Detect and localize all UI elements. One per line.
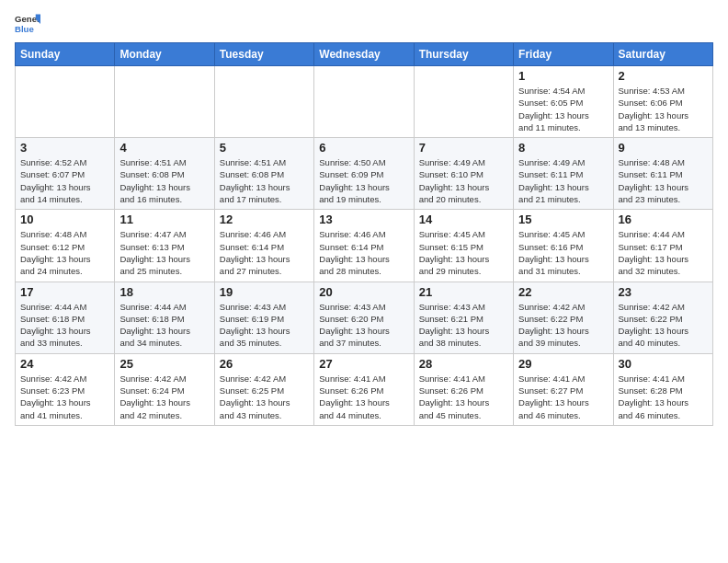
day-number: 2 [619, 69, 708, 83]
day-cell: 21Sunrise: 4:43 AM Sunset: 6:21 PM Dayli… [414, 282, 513, 353]
day-number: 19 [220, 285, 309, 299]
day-info: Sunrise: 4:42 AM Sunset: 6:25 PM Dayligh… [220, 373, 309, 421]
day-cell: 9Sunrise: 4:48 AM Sunset: 6:11 PM Daylig… [613, 138, 712, 210]
day-cell: 6Sunrise: 4:50 AM Sunset: 6:09 PM Daylig… [314, 138, 414, 210]
day-info: Sunrise: 4:45 AM Sunset: 6:15 PM Dayligh… [419, 228, 508, 277]
day-info: Sunrise: 4:51 AM Sunset: 6:08 PM Dayligh… [220, 156, 309, 205]
col-header-tuesday: Tuesday [214, 43, 313, 66]
day-info: Sunrise: 4:41 AM Sunset: 6:26 PM Dayligh… [419, 373, 508, 421]
day-info: Sunrise: 4:48 AM Sunset: 6:12 PM Dayligh… [20, 228, 109, 277]
day-cell: 12Sunrise: 4:46 AM Sunset: 6:14 PM Dayli… [214, 210, 313, 282]
day-cell [16, 66, 115, 138]
day-info: Sunrise: 4:47 AM Sunset: 6:13 PM Dayligh… [119, 228, 209, 277]
day-cell: 25Sunrise: 4:42 AM Sunset: 6:24 PM Dayli… [115, 353, 214, 425]
day-info: Sunrise: 4:50 AM Sunset: 6:09 PM Dayligh… [319, 156, 408, 205]
day-info: Sunrise: 4:45 AM Sunset: 6:16 PM Dayligh… [518, 228, 608, 277]
day-number: 17 [20, 285, 109, 299]
day-cell [314, 66, 414, 138]
col-header-friday: Friday [514, 43, 613, 66]
logo-icon: General Blue [15, 11, 40, 37]
day-cell: 8Sunrise: 4:49 AM Sunset: 6:11 PM Daylig… [514, 138, 613, 210]
day-info: Sunrise: 4:41 AM Sunset: 6:26 PM Dayligh… [319, 373, 408, 421]
day-cell: 20Sunrise: 4:43 AM Sunset: 6:20 PM Dayli… [314, 282, 414, 353]
day-info: Sunrise: 4:41 AM Sunset: 6:28 PM Dayligh… [619, 373, 708, 421]
day-info: Sunrise: 4:42 AM Sunset: 6:23 PM Dayligh… [20, 373, 109, 421]
day-info: Sunrise: 4:52 AM Sunset: 6:07 PM Dayligh… [20, 156, 109, 205]
day-cell: 2Sunrise: 4:53 AM Sunset: 6:06 PM Daylig… [613, 66, 712, 138]
week-row-4: 17Sunrise: 4:44 AM Sunset: 6:18 PM Dayli… [16, 282, 713, 353]
logo: General Blue [15, 11, 40, 37]
day-number: 8 [518, 141, 608, 155]
day-cell: 30Sunrise: 4:41 AM Sunset: 6:28 PM Dayli… [613, 353, 712, 425]
day-cell: 11Sunrise: 4:47 AM Sunset: 6:13 PM Dayli… [115, 210, 214, 282]
day-number: 4 [119, 141, 209, 155]
day-number: 16 [619, 213, 708, 226]
day-info: Sunrise: 4:43 AM Sunset: 6:19 PM Dayligh… [220, 301, 309, 350]
day-number: 7 [419, 141, 508, 155]
day-cell: 15Sunrise: 4:45 AM Sunset: 6:16 PM Dayli… [514, 210, 613, 282]
day-cell [414, 66, 513, 138]
day-info: Sunrise: 4:41 AM Sunset: 6:27 PM Dayligh… [518, 373, 608, 421]
day-cell: 26Sunrise: 4:42 AM Sunset: 6:25 PM Dayli… [214, 353, 313, 425]
svg-text:Blue: Blue [15, 24, 34, 34]
day-info: Sunrise: 4:42 AM Sunset: 6:22 PM Dayligh… [518, 301, 608, 350]
col-header-saturday: Saturday [613, 43, 712, 66]
day-info: Sunrise: 4:42 AM Sunset: 6:24 PM Dayligh… [119, 373, 209, 421]
day-cell: 29Sunrise: 4:41 AM Sunset: 6:27 PM Dayli… [514, 353, 613, 425]
week-row-2: 3Sunrise: 4:52 AM Sunset: 6:07 PM Daylig… [16, 138, 713, 210]
day-cell: 5Sunrise: 4:51 AM Sunset: 6:08 PM Daylig… [214, 138, 313, 210]
day-number: 6 [319, 141, 408, 155]
day-cell: 23Sunrise: 4:42 AM Sunset: 6:22 PM Dayli… [613, 282, 712, 353]
day-number: 29 [518, 357, 608, 371]
day-number: 1 [518, 69, 608, 83]
day-info: Sunrise: 4:46 AM Sunset: 6:14 PM Dayligh… [220, 228, 309, 277]
day-info: Sunrise: 4:46 AM Sunset: 6:14 PM Dayligh… [319, 228, 408, 277]
day-cell: 28Sunrise: 4:41 AM Sunset: 6:26 PM Dayli… [414, 353, 513, 425]
day-cell: 18Sunrise: 4:44 AM Sunset: 6:18 PM Dayli… [115, 282, 214, 353]
day-cell: 16Sunrise: 4:44 AM Sunset: 6:17 PM Dayli… [613, 210, 712, 282]
day-cell: 3Sunrise: 4:52 AM Sunset: 6:07 PM Daylig… [16, 138, 115, 210]
day-number: 12 [220, 213, 309, 226]
day-info: Sunrise: 4:49 AM Sunset: 6:10 PM Dayligh… [419, 156, 508, 205]
header: General Blue [15, 11, 713, 37]
day-number: 28 [419, 357, 508, 371]
day-info: Sunrise: 4:44 AM Sunset: 6:18 PM Dayligh… [119, 301, 209, 350]
day-cell: 27Sunrise: 4:41 AM Sunset: 6:26 PM Dayli… [314, 353, 414, 425]
day-cell: 7Sunrise: 4:49 AM Sunset: 6:10 PM Daylig… [414, 138, 513, 210]
day-number: 3 [20, 141, 109, 155]
day-number: 20 [319, 285, 408, 299]
day-number: 10 [20, 213, 109, 226]
col-header-monday: Monday [115, 43, 214, 66]
calendar-header-row: SundayMondayTuesdayWednesdayThursdayFrid… [16, 43, 713, 66]
day-number: 9 [619, 141, 708, 155]
col-header-thursday: Thursday [414, 43, 513, 66]
day-cell [115, 66, 214, 138]
day-info: Sunrise: 4:42 AM Sunset: 6:22 PM Dayligh… [619, 301, 708, 350]
day-number: 26 [220, 357, 309, 371]
day-cell: 13Sunrise: 4:46 AM Sunset: 6:14 PM Dayli… [314, 210, 414, 282]
day-number: 21 [419, 285, 508, 299]
day-info: Sunrise: 4:49 AM Sunset: 6:11 PM Dayligh… [518, 156, 608, 205]
day-info: Sunrise: 4:54 AM Sunset: 6:05 PM Dayligh… [518, 85, 608, 133]
day-number: 5 [220, 141, 309, 155]
day-cell [214, 66, 313, 138]
calendar-table: SundayMondayTuesdayWednesdayThursdayFrid… [15, 42, 713, 426]
day-info: Sunrise: 4:53 AM Sunset: 6:06 PM Dayligh… [619, 85, 708, 133]
day-info: Sunrise: 4:44 AM Sunset: 6:17 PM Dayligh… [619, 228, 708, 277]
day-number: 22 [518, 285, 608, 299]
day-cell: 22Sunrise: 4:42 AM Sunset: 6:22 PM Dayli… [514, 282, 613, 353]
day-number: 30 [619, 357, 708, 371]
day-info: Sunrise: 4:51 AM Sunset: 6:08 PM Dayligh… [119, 156, 209, 205]
week-row-1: 1Sunrise: 4:54 AM Sunset: 6:05 PM Daylig… [16, 66, 713, 138]
day-cell: 24Sunrise: 4:42 AM Sunset: 6:23 PM Dayli… [16, 353, 115, 425]
day-number: 24 [20, 357, 109, 371]
day-number: 18 [119, 285, 209, 299]
day-number: 15 [518, 213, 608, 226]
day-number: 13 [319, 213, 408, 226]
day-number: 27 [319, 357, 408, 371]
day-cell: 4Sunrise: 4:51 AM Sunset: 6:08 PM Daylig… [115, 138, 214, 210]
day-cell: 1Sunrise: 4:54 AM Sunset: 6:05 PM Daylig… [514, 66, 613, 138]
day-cell: 10Sunrise: 4:48 AM Sunset: 6:12 PM Dayli… [16, 210, 115, 282]
col-header-wednesday: Wednesday [314, 43, 414, 66]
day-cell: 14Sunrise: 4:45 AM Sunset: 6:15 PM Dayli… [414, 210, 513, 282]
